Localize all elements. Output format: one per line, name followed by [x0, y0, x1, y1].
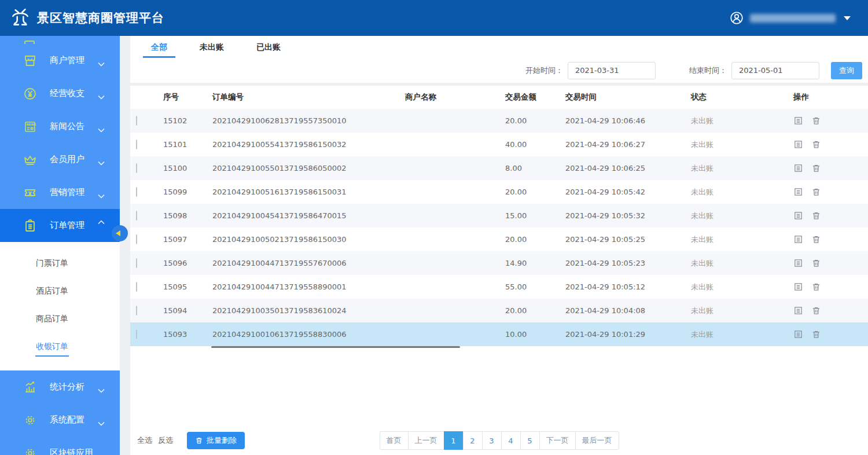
- table-row[interactable]: 15101 2021042910055413719586150032 40.00…: [130, 133, 868, 156]
- sidebar-subitem-hotel-orders[interactable]: 酒店订单: [0, 277, 120, 304]
- row-actions: [793, 116, 868, 126]
- detail-icon[interactable]: [793, 234, 803, 244]
- row-order-no: 2021042910055413719586150032: [212, 140, 405, 149]
- detail-icon[interactable]: [793, 306, 803, 315]
- chevron-down-icon: [98, 58, 105, 63]
- trash-icon[interactable]: [811, 187, 821, 197]
- row-actions: [793, 282, 868, 292]
- trash-icon[interactable]: [811, 211, 821, 221]
- row-checkbox[interactable]: [136, 306, 137, 315]
- page-button-首页[interactable]: 首页: [380, 431, 408, 450]
- page-button-上一页[interactable]: 上一页: [408, 431, 444, 450]
- row-status: 未出账: [691, 140, 793, 150]
- sidebar-item-order-management[interactable]: 订单管理: [0, 209, 120, 242]
- sub-item-label: 酒店订单: [36, 286, 68, 295]
- page-button-2[interactable]: 2: [463, 431, 482, 450]
- sidebar-collapse-handle[interactable]: [112, 225, 128, 241]
- sidebar-item-system-configuration[interactable]: 系统配置: [0, 403, 120, 436]
- table-row[interactable]: 15102 2021042910062813719557350010 20.00…: [130, 109, 868, 133]
- trash-icon[interactable]: [811, 306, 821, 315]
- sidebar-item-business-finance[interactable]: 经营收支: [0, 77, 120, 110]
- sidebar-item-statistics-analysis[interactable]: 统计分析: [0, 370, 120, 403]
- row-checkbox[interactable]: [136, 234, 137, 244]
- page-button-5[interactable]: 5: [520, 431, 539, 450]
- sidebar-item-marketing-management[interactable]: 营销管理: [0, 176, 120, 209]
- row-order-no: 2021042910055013719586050002: [212, 164, 405, 173]
- sidebar-subitem-product-orders[interactable]: 商品订单: [0, 304, 120, 332]
- table-row[interactable]: 15094 2021042910035013719583610024 20.00…: [130, 299, 868, 322]
- table-row[interactable]: 15095 2021042910044713719558890001 55.00…: [130, 275, 868, 299]
- row-checkbox[interactable]: [136, 187, 137, 197]
- page-button-4[interactable]: 4: [501, 431, 520, 450]
- page-button-3[interactable]: 3: [482, 431, 501, 450]
- sidebar-item-news-announcement[interactable]: NEWS 新闻公告: [0, 110, 120, 143]
- row-checkbox[interactable]: [136, 329, 137, 339]
- trash-icon[interactable]: [811, 282, 821, 292]
- orders-table-card: 序号 订单编号 商户名称 交易金额 交易时间 状态 操作 15102 20210…: [130, 86, 868, 455]
- sidebar-subitem-ticket-orders[interactable]: 门票订单: [0, 249, 120, 277]
- trash-icon[interactable]: [811, 163, 821, 173]
- row-time: 2021-04-29 10:05:32: [565, 211, 691, 220]
- trash-icon[interactable]: [811, 258, 821, 268]
- row-checkbox[interactable]: [136, 258, 137, 268]
- tab-billed[interactable]: 已出账: [248, 42, 289, 58]
- trash-icon[interactable]: [811, 140, 821, 149]
- row-checkbox[interactable]: [136, 282, 137, 292]
- sidebar-item-blockchain-application[interactable]: 区块链应用: [0, 436, 120, 455]
- table-row[interactable]: 15099 2021042910051613719586150031 20.00…: [130, 180, 868, 204]
- horizontal-scrollbar[interactable]: [211, 346, 460, 348]
- batch-delete-button[interactable]: 批量删除: [187, 432, 245, 449]
- invert-select-link[interactable]: 反选: [158, 435, 173, 446]
- row-no: 15099: [163, 188, 212, 196]
- table-row[interactable]: 15100 2021042910055013719586050002 8.00 …: [130, 156, 868, 180]
- column-header-time: 交易时间: [565, 92, 691, 102]
- tab-all[interactable]: 全部: [143, 42, 175, 58]
- query-button[interactable]: 查询: [831, 62, 862, 79]
- row-checkbox[interactable]: [136, 140, 137, 149]
- sidebar-item-member-users[interactable]: 会员用户: [0, 143, 120, 176]
- sidebar-subitem-cashier-orders[interactable]: 收银订单: [0, 332, 120, 360]
- detail-icon[interactable]: [793, 116, 803, 126]
- tab-unbilled[interactable]: 未出账: [192, 42, 232, 58]
- start-date-input[interactable]: [568, 62, 656, 79]
- page-button-下一页[interactable]: 下一页: [539, 431, 575, 450]
- row-status: 未出账: [691, 187, 793, 197]
- trash-icon[interactable]: [811, 329, 821, 339]
- chevron-down-icon: [98, 190, 105, 195]
- row-order-no: 2021042910050213719586150030: [212, 235, 405, 244]
- detail-icon[interactable]: [793, 258, 803, 268]
- table-row[interactable]: 15098 2021042910045413719586470015 15.00…: [130, 204, 868, 228]
- clipboard-icon: [23, 219, 37, 233]
- detail-icon[interactable]: [793, 163, 803, 173]
- chevron-down-icon: [98, 91, 105, 96]
- detail-icon[interactable]: [793, 211, 803, 221]
- row-time: 2021-04-29 10:04:08: [565, 306, 691, 315]
- table-row[interactable]: 15097 2021042910050213719586150030 20.00…: [130, 228, 868, 251]
- page-button-1[interactable]: 1: [444, 431, 463, 450]
- row-actions: [793, 258, 868, 268]
- detail-icon[interactable]: [793, 140, 803, 149]
- sidebar: 商户管理 经营收支 NEWS 新闻公告: [0, 36, 120, 455]
- row-checkbox[interactable]: [136, 211, 137, 221]
- row-checkbox[interactable]: [136, 116, 137, 126]
- row-time: 2021-04-29 10:05:42: [565, 188, 691, 196]
- user-menu[interactable]: [729, 10, 868, 25]
- select-all-link[interactable]: 全选: [137, 435, 152, 446]
- collapse-arrow-icon: [116, 230, 120, 236]
- detail-icon[interactable]: [793, 282, 803, 292]
- detail-icon[interactable]: [793, 187, 803, 197]
- page-title: 景区智慧商圈管理平台: [37, 10, 164, 26]
- page-button-最后一页[interactable]: 最后一页: [575, 431, 619, 450]
- trash-icon[interactable]: [811, 234, 821, 244]
- table-row[interactable]: 15096 2021042910044713719557670006 14.90…: [130, 251, 868, 275]
- detail-icon[interactable]: [793, 329, 803, 339]
- trash-icon[interactable]: [811, 116, 821, 126]
- sidebar-item-clipped[interactable]: [0, 36, 120, 44]
- row-no: 15096: [163, 259, 212, 267]
- row-status: 未出账: [691, 282, 793, 292]
- table-row[interactable]: 15093 2021042910010613719558830006 10.00…: [130, 322, 868, 346]
- end-date-input[interactable]: [731, 62, 819, 79]
- sidebar-item-merchant-management[interactable]: 商户管理: [0, 44, 120, 77]
- row-status: 未出账: [691, 211, 793, 221]
- row-checkbox[interactable]: [136, 163, 137, 173]
